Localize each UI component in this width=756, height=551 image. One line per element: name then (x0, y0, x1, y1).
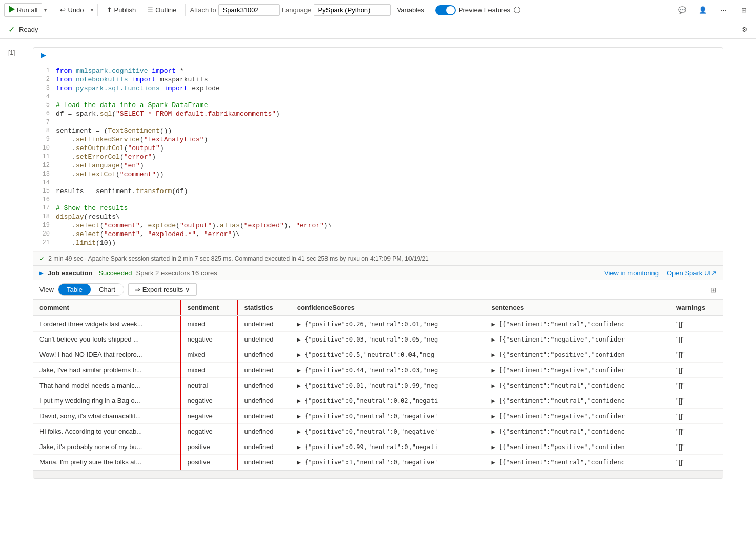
code-line-5: 5 # Load the data into a Spark DataFrame (33, 101, 723, 110)
export-results-button[interactable]: ⇒ Export results ∨ (128, 283, 197, 296)
cell-confidenceScores-2: ▶ {"positive":0.5,"neutral":0.04,"neg (291, 347, 485, 363)
cell-container: [1] ▶ 1 from mmlspark.cognitive import *… (0, 39, 756, 551)
cell-sentences-9: ▶ [{"sentiment":"neutral","confidenc (485, 455, 670, 470)
col-confidencescores: confidenceScores (291, 300, 485, 316)
cell-comment-4: That hand model needs a manic... (33, 378, 181, 393)
cell-sentences-0: ▶ [{"sentiment":"neutral","confidenc (485, 316, 670, 332)
cell-warnings-2: "[]" (670, 347, 723, 363)
code-line-20: 20 .select("comment", "exploded.*", "err… (33, 230, 723, 239)
cell-comment-3: Jake, I've had similar problems tr... (33, 363, 181, 378)
cell-confidenceScores-6: ▶ {"positive":0,"neutral":0,"negative' (291, 409, 485, 424)
toolbar-divider-2 (97, 4, 98, 16)
run-all-button[interactable]: Run all (4, 3, 42, 17)
notebook-area: [1] ▶ 1 from mmlspark.cognitive import *… (0, 39, 756, 551)
code-line-21: 21 .limit(10)) (33, 239, 723, 247)
cell-confidenceScores-9: ▶ {"positive":1,"neutral":0,"negative' (291, 455, 485, 470)
status-settings-icon[interactable]: ⚙ (742, 26, 748, 33)
cell-sentiment-0: mixed (181, 316, 238, 332)
cell-sentences-5: ▶ [{"sentiment":"neutral","confidenc (485, 393, 670, 409)
chart-tab[interactable]: Chart (91, 284, 124, 295)
cell-warnings-5: "[]" (670, 393, 723, 409)
publish-label: Publish (114, 6, 136, 14)
cell-sentences-4: ▶ [{"sentiment":"neutral","confidenc (485, 378, 670, 393)
publish-button[interactable]: ⬆ Publish (102, 4, 141, 16)
cell-statistics-7: undefined (237, 424, 291, 439)
cell-statistics-5: undefined (237, 393, 291, 409)
job-status-label: Succeeded (98, 269, 132, 277)
export-dropdown-arrow: ∨ (185, 286, 190, 293)
job-execution-label: Job execution (48, 269, 92, 277)
cell-warnings-6: "[]" (670, 409, 723, 424)
cell-statistics-8: undefined (237, 439, 291, 455)
run-all-dropdown-arrow[interactable]: ▾ (44, 7, 47, 13)
code-line-15: 15 results = sentiment.transform(df) (33, 187, 723, 196)
table-row: Wow! I had NO IDEA that recipro...mixedu… (33, 347, 723, 363)
preview-toggle-switch[interactable] (435, 5, 456, 15)
more-options-icon[interactable]: ⋯ (715, 2, 731, 18)
code-line-16: 16 (33, 196, 723, 204)
cell-confidenceScores-1: ▶ {"positive":0.03,"neutral":0.05,"neg (291, 332, 485, 347)
cell-statistics-6: undefined (237, 409, 291, 424)
attach-to-label: Attach to (190, 6, 216, 14)
table-row: Jake, it's probably none of my bu...posi… (33, 439, 723, 455)
undo-button[interactable]: ↩ Undo (55, 4, 88, 16)
code-line-17: 17 # Show the results (33, 204, 723, 213)
grid-settings-icon[interactable]: ⊞ (710, 286, 717, 294)
view-tabs: Table Chart (58, 283, 124, 296)
undo-dropdown-arrow[interactable]: ▾ (91, 7, 93, 13)
cell-run-button[interactable]: ▶ (37, 49, 50, 61)
cell-confidenceScores-7: ▶ {"positive":0,"neutral":0,"negative' (291, 424, 485, 439)
cell-comment-2: Wow! I had NO IDEA that recipro... (33, 347, 181, 363)
job-bar: ▶ Job execution Succeeded Spark 2 execut… (33, 266, 723, 280)
layout-icon[interactable]: ⊞ (735, 2, 752, 18)
cell-sentiment-1: negative (181, 332, 238, 347)
code-line-4: 4 (33, 93, 723, 101)
horizontal-scrollbar[interactable] (33, 470, 723, 478)
cell-statistics-9: undefined (237, 455, 291, 470)
job-expand-arrow[interactable]: ▶ (39, 270, 44, 276)
cell-sentiment-8: positive (181, 439, 238, 455)
view-monitoring-link[interactable]: View in monitoring (604, 269, 659, 277)
code-line-11: 11 .setErrorCol("error") (33, 153, 723, 161)
cell-sentences-3: ▶ [{"sentiment":"negative","confider (485, 363, 670, 378)
execution-info: ✓ 2 min 49 sec · Apache Spark session st… (33, 251, 723, 265)
code-line-7: 7 (33, 118, 723, 126)
cell-confidenceScores-4: ▶ {"positive":0.01,"neutral":0.99,"neg (291, 378, 485, 393)
publish-icon: ⬆ (107, 6, 112, 14)
status-bar: ✓ Ready ⚙ (0, 20, 756, 39)
code-cell: ▶ 1 from mmlspark.cognitive import * 2 f… (33, 47, 723, 479)
comment-icon[interactable]: 💬 (674, 2, 690, 18)
cell-sentiment-2: mixed (181, 347, 238, 363)
cell-confidenceScores-0: ▶ {"positive":0.26,"neutral":0.01,"neg (291, 316, 485, 332)
code-line-10: 10 .setOutputCol("output") (33, 144, 723, 153)
person-icon[interactable]: 👤 (694, 2, 711, 18)
toolbar-right: 💬 👤 ⋯ ⊞ (674, 2, 752, 18)
exec-info-text: 2 min 49 sec · Apache Spark session star… (48, 255, 428, 262)
cell-warnings-9: "[]" (670, 455, 723, 470)
view-right: ⊞ (710, 286, 717, 294)
attach-select[interactable]: Spark31002 (218, 4, 280, 16)
exec-check-icon: ✓ (39, 255, 45, 262)
cell-sentences-7: ▶ [{"sentiment":"neutral","confidenc (485, 424, 670, 439)
toggle-knob (446, 6, 455, 14)
cell-sentiment-4: neutral (181, 378, 238, 393)
status-text: Ready (19, 26, 38, 33)
code-editor[interactable]: 1 from mmlspark.cognitive import * 2 fro… (33, 62, 723, 251)
cell-comment-0: I ordered three widgets last week... (33, 316, 181, 332)
open-spark-ui-link[interactable]: Open Spark UI↗ (667, 269, 717, 277)
table-header-row: comment sentiment statistics confidenceS… (33, 300, 723, 316)
table-row: David, sorry, it's whatchamacallit...neg… (33, 409, 723, 424)
table-tab[interactable]: Table (58, 284, 91, 295)
run-icon (9, 6, 15, 14)
col-sentences: sentences (485, 300, 670, 316)
main-toolbar: Run all ▾ ↩ Undo ▾ ⬆ Publish ☰ Outline A… (0, 0, 756, 20)
language-select[interactable]: PySpark (Python) (314, 4, 391, 16)
language-label: Language (282, 6, 312, 14)
export-results-label: Export results (142, 286, 183, 293)
code-line-9: 9 .setLinkedService("TextAnalytics") (33, 135, 723, 144)
table-row: I ordered three widgets last week...mixe… (33, 316, 723, 332)
outline-button[interactable]: ☰ Outline (142, 4, 181, 16)
cell-confidenceScores-3: ▶ {"positive":0.44,"neutral":0.03,"neg (291, 363, 485, 378)
code-line-6: 6 df = spark.sql("SELECT * FROM default.… (33, 110, 723, 118)
variables-button[interactable]: Variables (393, 4, 429, 16)
